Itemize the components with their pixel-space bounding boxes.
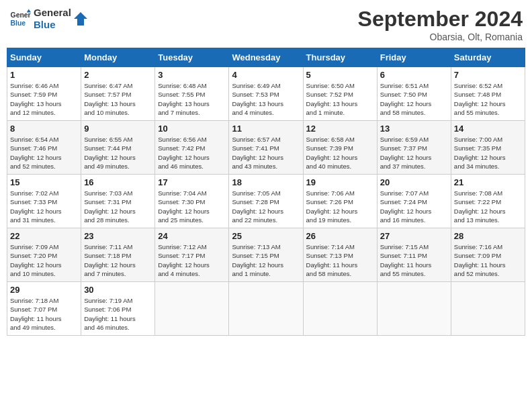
- day-cell: 1Sunrise: 6:46 AM Sunset: 7:59 PM Daylig…: [7, 67, 81, 121]
- day-cell: 30Sunrise: 7:19 AM Sunset: 7:06 PM Dayli…: [81, 282, 155, 336]
- col-header-sunday: Sunday: [7, 48, 81, 67]
- day-cell: 19Sunrise: 7:06 AM Sunset: 7:26 PM Dayli…: [303, 175, 377, 228]
- day-number: 19: [306, 177, 374, 187]
- day-info: Sunrise: 6:55 AM Sunset: 7:44 PM Dayligh…: [84, 135, 152, 171]
- day-cell: 15Sunrise: 7:02 AM Sunset: 7:33 PM Dayli…: [7, 175, 81, 228]
- day-info: Sunrise: 6:50 AM Sunset: 7:52 PM Dayligh…: [306, 81, 374, 117]
- week-row-3: 15Sunrise: 7:02 AM Sunset: 7:33 PM Dayli…: [7, 175, 525, 228]
- day-info: Sunrise: 6:58 AM Sunset: 7:39 PM Dayligh…: [306, 135, 374, 171]
- col-header-tuesday: Tuesday: [155, 48, 229, 67]
- day-cell: 21Sunrise: 7:08 AM Sunset: 7:22 PM Dayli…: [451, 175, 525, 228]
- day-cell: [451, 282, 525, 336]
- day-number: 30: [84, 285, 152, 295]
- svg-marker-2: [27, 9, 31, 13]
- day-number: 7: [454, 70, 522, 80]
- day-cell: 29Sunrise: 7:18 AM Sunset: 7:07 PM Dayli…: [7, 282, 81, 336]
- day-info: Sunrise: 6:49 AM Sunset: 7:53 PM Dayligh…: [232, 81, 300, 117]
- day-cell: [303, 282, 377, 336]
- day-cell: 10Sunrise: 6:56 AM Sunset: 7:42 PM Dayli…: [155, 121, 229, 175]
- day-number: 29: [10, 285, 78, 295]
- day-info: Sunrise: 6:54 AM Sunset: 7:46 PM Dayligh…: [10, 135, 78, 171]
- day-cell: 16Sunrise: 7:03 AM Sunset: 7:31 PM Dayli…: [81, 175, 155, 228]
- col-header-monday: Monday: [81, 48, 155, 67]
- day-number: 16: [84, 177, 152, 187]
- day-number: 26: [306, 231, 374, 241]
- day-info: Sunrise: 6:47 AM Sunset: 7:57 PM Dayligh…: [84, 81, 152, 117]
- day-cell: 17Sunrise: 7:04 AM Sunset: 7:30 PM Dayli…: [155, 175, 229, 228]
- day-cell: 9Sunrise: 6:55 AM Sunset: 7:44 PM Daylig…: [81, 121, 155, 175]
- location: Obarsia, Olt, Romania: [358, 32, 523, 42]
- day-info: Sunrise: 7:05 AM Sunset: 7:28 PM Dayligh…: [232, 189, 300, 224]
- day-number: 5: [306, 70, 374, 80]
- day-cell: 25Sunrise: 7:13 AM Sunset: 7:15 PM Dayli…: [229, 228, 303, 282]
- day-info: Sunrise: 7:13 AM Sunset: 7:15 PM Dayligh…: [232, 242, 300, 278]
- week-row-5: 29Sunrise: 7:18 AM Sunset: 7:07 PM Dayli…: [7, 282, 525, 336]
- day-cell: 22Sunrise: 7:09 AM Sunset: 7:20 PM Dayli…: [7, 228, 81, 282]
- day-number: 22: [10, 231, 78, 241]
- day-cell: 8Sunrise: 6:54 AM Sunset: 7:46 PM Daylig…: [7, 121, 81, 175]
- day-info: Sunrise: 6:59 AM Sunset: 7:37 PM Dayligh…: [380, 135, 448, 171]
- day-info: Sunrise: 7:15 AM Sunset: 7:11 PM Dayligh…: [380, 242, 448, 278]
- col-header-thursday: Thursday: [303, 48, 377, 67]
- day-number: 14: [454, 124, 522, 134]
- logo-arrow-icon: [74, 12, 87, 26]
- calendar-table: SundayMondayTuesdayWednesdayThursdayFrid…: [7, 48, 525, 336]
- day-cell: 18Sunrise: 7:05 AM Sunset: 7:28 PM Dayli…: [229, 175, 303, 228]
- day-cell: 20Sunrise: 7:07 AM Sunset: 7:24 PM Dayli…: [377, 175, 451, 228]
- svg-marker-3: [74, 12, 87, 26]
- week-row-1: 1Sunrise: 6:46 AM Sunset: 7:59 PM Daylig…: [7, 67, 525, 121]
- day-cell: 7Sunrise: 6:52 AM Sunset: 7:48 PM Daylig…: [451, 67, 525, 121]
- day-number: 18: [232, 177, 300, 187]
- day-info: Sunrise: 7:06 AM Sunset: 7:26 PM Dayligh…: [306, 189, 374, 224]
- day-number: 11: [232, 124, 300, 134]
- day-number: 4: [232, 70, 300, 80]
- day-cell: 23Sunrise: 7:11 AM Sunset: 7:18 PM Dayli…: [81, 228, 155, 282]
- logo-general: General: [34, 7, 71, 19]
- title-block: September 2024 Obarsia, Olt, Romania: [358, 7, 523, 42]
- day-info: Sunrise: 6:46 AM Sunset: 7:59 PM Dayligh…: [10, 81, 78, 117]
- day-number: 8: [10, 124, 78, 134]
- day-cell: 12Sunrise: 6:58 AM Sunset: 7:39 PM Dayli…: [303, 121, 377, 175]
- logo-icon: General Blue: [9, 8, 31, 30]
- day-info: Sunrise: 7:07 AM Sunset: 7:24 PM Dayligh…: [380, 189, 448, 224]
- day-cell: [377, 282, 451, 336]
- day-info: Sunrise: 6:52 AM Sunset: 7:48 PM Dayligh…: [454, 81, 522, 117]
- day-cell: 13Sunrise: 6:59 AM Sunset: 7:37 PM Dayli…: [377, 121, 451, 175]
- day-cell: 4Sunrise: 6:49 AM Sunset: 7:53 PM Daylig…: [229, 67, 303, 121]
- day-cell: 5Sunrise: 6:50 AM Sunset: 7:52 PM Daylig…: [303, 67, 377, 121]
- col-header-wednesday: Wednesday: [229, 48, 303, 67]
- logo-blue: Blue: [34, 19, 71, 31]
- day-cell: 24Sunrise: 7:12 AM Sunset: 7:17 PM Dayli…: [155, 228, 229, 282]
- day-info: Sunrise: 6:56 AM Sunset: 7:42 PM Dayligh…: [158, 135, 226, 171]
- day-cell: 14Sunrise: 7:00 AM Sunset: 7:35 PM Dayli…: [451, 121, 525, 175]
- day-number: 27: [380, 231, 448, 241]
- day-cell: 6Sunrise: 6:51 AM Sunset: 7:50 PM Daylig…: [377, 67, 451, 121]
- day-number: 17: [158, 177, 226, 187]
- day-cell: 28Sunrise: 7:16 AM Sunset: 7:09 PM Dayli…: [451, 228, 525, 282]
- day-number: 9: [84, 124, 152, 134]
- day-info: Sunrise: 7:11 AM Sunset: 7:18 PM Dayligh…: [84, 242, 152, 278]
- day-number: 28: [454, 231, 522, 241]
- day-number: 20: [380, 177, 448, 187]
- day-cell: 2Sunrise: 6:47 AM Sunset: 7:57 PM Daylig…: [81, 67, 155, 121]
- page-header: General Blue General Blue September 2024…: [7, 7, 525, 42]
- logo: General Blue General Blue: [9, 7, 87, 31]
- day-cell: [155, 282, 229, 336]
- calendar-header-row: SundayMondayTuesdayWednesdayThursdayFrid…: [7, 48, 525, 67]
- col-header-saturday: Saturday: [451, 48, 525, 67]
- day-info: Sunrise: 7:14 AM Sunset: 7:13 PM Dayligh…: [306, 242, 374, 278]
- day-number: 23: [84, 231, 152, 241]
- day-cell: 26Sunrise: 7:14 AM Sunset: 7:13 PM Dayli…: [303, 228, 377, 282]
- day-number: 15: [10, 177, 78, 187]
- day-cell: [229, 282, 303, 336]
- week-row-4: 22Sunrise: 7:09 AM Sunset: 7:20 PM Dayli…: [7, 228, 525, 282]
- day-cell: 11Sunrise: 6:57 AM Sunset: 7:41 PM Dayli…: [229, 121, 303, 175]
- month-title: September 2024: [358, 7, 523, 32]
- day-info: Sunrise: 7:16 AM Sunset: 7:09 PM Dayligh…: [454, 242, 522, 278]
- day-number: 21: [454, 177, 522, 187]
- day-info: Sunrise: 7:18 AM Sunset: 7:07 PM Dayligh…: [10, 296, 78, 332]
- day-info: Sunrise: 6:48 AM Sunset: 7:55 PM Dayligh…: [158, 81, 226, 117]
- day-number: 2: [84, 70, 152, 80]
- day-info: Sunrise: 6:57 AM Sunset: 7:41 PM Dayligh…: [232, 135, 300, 171]
- day-number: 13: [380, 124, 448, 134]
